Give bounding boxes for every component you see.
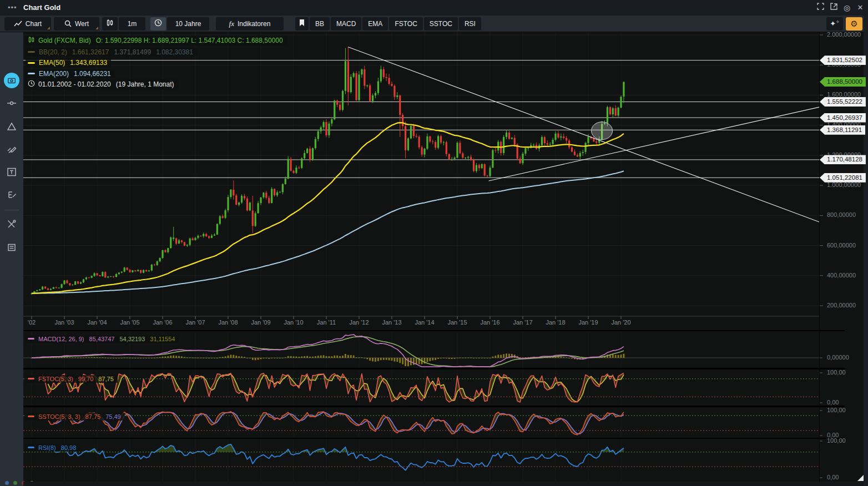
candle	[386, 77, 387, 78]
camera-icon	[7, 75, 17, 85]
ellipse-annotation[interactable]	[592, 122, 613, 140]
price-level-flag[interactable]: 1.368,11291	[820, 125, 865, 135]
candle	[481, 164, 483, 168]
list-box-icon	[6, 242, 17, 253]
sidebar-tool-settings[interactable]	[2, 215, 21, 234]
chart-menu-button[interactable]: Chart	[4, 17, 51, 31]
candle	[473, 160, 475, 171]
bookmark-button[interactable]	[295, 17, 309, 31]
settings-gear-button[interactable]: ⚙	[846, 17, 862, 31]
candle	[191, 239, 193, 240]
wert-search-button[interactable]: Wert	[54, 17, 99, 31]
palette-dot-green[interactable]	[13, 481, 17, 485]
candle	[178, 240, 180, 244]
range-button[interactable]: 10 Jahre	[167, 17, 209, 31]
indicator-button-rsi[interactable]: RSI	[459, 17, 481, 31]
candle	[582, 152, 584, 153]
candle	[252, 210, 254, 226]
chart-legend: Gold (FXCM, Bid) O: 1.590,22998 H: 1.689…	[26, 36, 287, 90]
candle	[494, 150, 496, 151]
candle	[39, 290, 41, 291]
candle	[189, 239, 191, 245]
legend-ema200-value: 1.094,66231	[74, 70, 111, 78]
candle	[322, 122, 324, 127]
candle	[547, 143, 548, 144]
window-bottom-edge	[23, 482, 864, 486]
candle	[265, 193, 267, 198]
indicator-button-sstoc[interactable]: SSTOC	[424, 17, 458, 31]
macd-label[interactable]: MACD(12, 26, 9)	[38, 336, 84, 342]
candle	[159, 258, 160, 261]
price-level-flag[interactable]: 1.051,22081	[820, 173, 866, 183]
fstoc-axis-label: 100,00	[827, 369, 846, 376]
focus-icon[interactable]: ◎	[841, 2, 852, 13]
price-level-flag[interactable]: 1.831,52502	[820, 55, 866, 65]
current-price-flag[interactable]: 1.688,50000	[820, 77, 866, 87]
timeframe-button[interactable]: 1m	[119, 17, 145, 31]
rsi-value: 80,98	[61, 444, 77, 451]
candle	[249, 202, 251, 210]
indicator-button-macd[interactable]: MACD	[331, 17, 361, 31]
sstoc-axis-label: 100,00	[827, 407, 846, 413]
legend-bb-label[interactable]: BB(20, 2)	[39, 48, 67, 56]
sidebar-tool-text[interactable]	[2, 163, 21, 181]
sidebar-tool-elliott-wave[interactable]	[2, 185, 21, 204]
candle	[506, 133, 507, 137]
candle	[58, 288, 60, 288]
indicator-button-ema[interactable]: EMA	[362, 17, 388, 31]
palette-dot-blue[interactable]	[5, 481, 9, 485]
candle	[63, 280, 65, 284]
legend-date-range[interactable]: 01.01.2002 - 01.02.2020	[38, 80, 111, 88]
x-axis-label: Jan '07	[185, 319, 205, 326]
fullscreen-icon[interactable]	[815, 2, 826, 13]
legend-bb-upper: 1.661,32617	[72, 48, 109, 56]
fstoc-axis-label: 0,00	[827, 399, 839, 406]
candle	[339, 105, 341, 110]
candle	[77, 281, 79, 284]
sidebar-tool-shapes[interactable]	[2, 117, 21, 136]
resize-handle[interactable]	[857, 475, 864, 481]
indicator-button-bb[interactable]: BB	[310, 17, 330, 31]
indicator-button-fstoc[interactable]: FSTOC	[389, 17, 422, 31]
candle	[577, 155, 578, 156]
x-axis-label: Jan '11	[317, 319, 336, 326]
rsi-label[interactable]: RSI(8)	[38, 444, 56, 451]
indikatoren-button[interactable]: fx Indikatoren	[216, 17, 284, 31]
price-level-flag[interactable]: 1.555,52222	[820, 97, 866, 107]
candle	[353, 73, 355, 77]
candle	[347, 61, 349, 92]
candle	[170, 237, 171, 248]
candle	[83, 279, 84, 282]
sstoc-dash-icon	[28, 416, 34, 417]
candle	[132, 270, 133, 272]
legend-instrument-ohlc: O: 1.590,22998 H: 1.689,21997 L: 1.547,4…	[96, 37, 283, 44]
price-level-flag[interactable]: 1.450,26937	[820, 113, 866, 123]
fstoc-label[interactable]: FSTOC(5, 3)	[38, 376, 73, 382]
legend-instrument-label[interactable]: Gold (FXCM, Bid)	[38, 37, 91, 44]
y-axis-label: 1.600,00000	[827, 91, 861, 98]
sidebar-tool-layout-list[interactable]	[2, 238, 21, 257]
macd-signal-value: 54,32193	[119, 336, 145, 342]
legend-ema200-label[interactable]: EMA(200)	[39, 70, 69, 78]
magic-sparkle-button[interactable]: ✦✧	[826, 17, 843, 31]
time-range-icon-button[interactable]	[150, 17, 166, 31]
menu-dots-icon[interactable]: •••	[8, 3, 17, 12]
macd-dash-icon	[28, 338, 34, 340]
candle-style-button[interactable]	[102, 17, 118, 31]
close-icon[interactable]: ✕	[855, 2, 866, 13]
candle	[453, 158, 455, 159]
candle	[214, 235, 215, 236]
sidebar-tool-drawing-settings[interactable]	[2, 140, 21, 159]
candle	[44, 287, 46, 289]
legend-ema50-label[interactable]: EMA(50)	[39, 59, 65, 67]
triangle-icon	[6, 121, 17, 132]
legend-bb-lower: 1.082,30381	[156, 48, 193, 56]
popout-icon[interactable]	[828, 2, 839, 13]
sidebar-tool-horizontal-line[interactable]	[2, 94, 21, 113]
price-level-flag[interactable]: 1.170,48128	[820, 155, 866, 164]
legend-candle-icon	[28, 36, 35, 45]
sidebar-tool-screenshot[interactable]	[4, 73, 19, 88]
sstoc-label[interactable]: SSTOC(5, 3, 3)	[38, 413, 80, 420]
candle	[596, 141, 597, 143]
toolbar: Chart Wert 1m 10 Jahre fx Indikat	[0, 16, 868, 32]
